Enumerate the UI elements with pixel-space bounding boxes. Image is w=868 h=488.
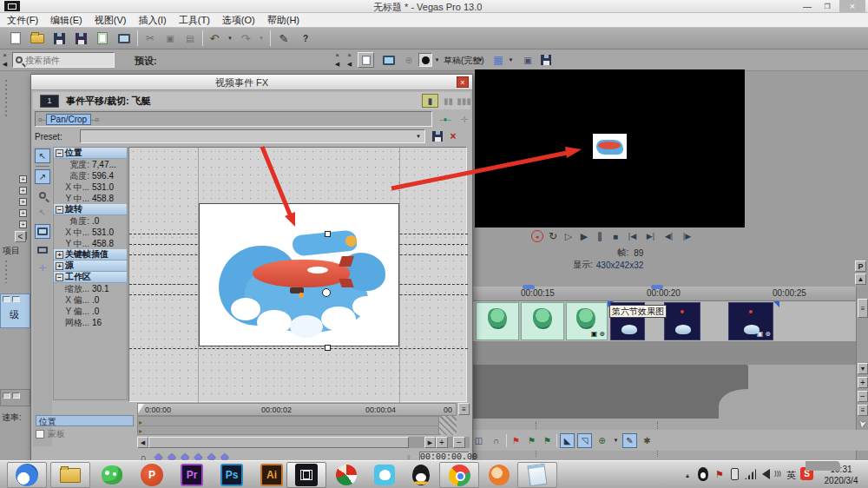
step-forward-icon[interactable]: |▶ <box>680 230 694 242</box>
prop-row[interactable]: 网格...16 <box>54 317 127 328</box>
taskbar-qqbrowser[interactable] <box>7 462 47 488</box>
track-mini-icon[interactable] <box>12 296 20 302</box>
preview-dock-collapse-icon[interactable]: ◀ <box>333 60 341 68</box>
tree-expand-icon[interactable]: + <box>19 175 27 183</box>
tray-show-hidden-icon[interactable]: ▲ <box>682 470 693 480</box>
play-from-start-icon[interactable]: ▷ <box>562 230 575 242</box>
prop-row[interactable]: X 中...531.0 <box>54 227 127 238</box>
maximize-button[interactable]: ❐ <box>819 1 836 12</box>
section-toggle-icon[interactable]: − <box>56 206 63 214</box>
enable-snapping-icon[interactable]: ◣ <box>560 433 575 448</box>
crop-frame[interactable] <box>199 203 399 346</box>
section-rotation-header[interactable]: −旋转 <box>54 204 127 215</box>
kf-vscroll-grip-icon[interactable]: ≡ <box>458 403 470 415</box>
timeline-clip-green[interactable] <box>476 302 519 340</box>
selection-tool-icon[interactable]: ↖ <box>35 148 50 163</box>
menu-tools[interactable]: 工具(T) <box>179 14 210 27</box>
go-to-start-icon[interactable]: |◀ <box>625 230 640 242</box>
plugin-search-box[interactable] <box>12 52 115 68</box>
kf-ruler[interactable]: 0:00:00 00:00:02 00:00:04 00 <box>137 403 457 416</box>
record-icon[interactable]: ● <box>531 230 543 242</box>
zoom-tool-icon[interactable] <box>35 188 50 202</box>
menu-help[interactable]: 帮助(H) <box>267 14 299 27</box>
section-toggle-icon[interactable]: + <box>56 251 63 259</box>
collapse-left-icon[interactable]: < <box>15 231 26 242</box>
zoom-in-icon[interactable]: + <box>858 377 868 388</box>
tree-expand-icon[interactable]: + <box>19 187 27 195</box>
tray-phone-icon[interactable] <box>731 468 739 480</box>
kf-scroll-right-icon[interactable]: ▶ <box>424 437 436 448</box>
section-toggle-icon[interactable]: − <box>56 274 63 281</box>
redo-icon[interactable]: ↷ <box>239 30 253 47</box>
video-track-header[interactable]: 级 <box>0 293 30 328</box>
play-icon[interactable]: ▶ <box>578 230 590 242</box>
kf-scroll-left-icon[interactable]: ◀ <box>137 437 148 448</box>
dock-collapse-icon[interactable]: ◀ <box>1 60 9 68</box>
prop-row[interactable]: X 中...531.0 <box>54 181 127 193</box>
timeline-clip-green[interactable]: ▣⊕ <box>566 302 608 340</box>
section-toggle-icon[interactable]: + <box>56 262 63 270</box>
preview-dock-collapse2-icon[interactable]: ◀ <box>345 60 353 68</box>
preset-combo[interactable]: ▼ <box>80 129 425 143</box>
interactive-tutorials-icon[interactable]: ✎ <box>275 30 293 47</box>
video-event-fx-icon[interactable] <box>358 52 374 68</box>
tree-expand-icon[interactable]: + <box>19 209 27 217</box>
event-tool-dropdown-icon[interactable]: ▼ <box>612 433 620 448</box>
tree-expand-icon[interactable]: + <box>19 198 27 206</box>
taskbar-powerpoint[interactable]: P <box>132 462 172 488</box>
menu-options[interactable]: 选项(O) <box>222 14 255 27</box>
new-project-icon[interactable] <box>7 30 24 47</box>
crop-handle-bottom[interactable] <box>325 345 331 351</box>
dock-drag-handle[interactable] <box>5 80 7 118</box>
pan-crop-chip[interactable]: Pan/Crop <box>46 114 91 125</box>
sync-cursor-icon[interactable]: –●– <box>437 113 453 126</box>
overlay-grid-dropdown-icon[interactable]: ▼ <box>507 56 515 64</box>
zoom-out-tool-icon[interactable]: ↖ <box>35 205 50 220</box>
script-icon[interactable]: ✱ <box>640 433 654 448</box>
taskbar-cat-app[interactable] <box>365 462 404 488</box>
redo-dropdown-icon[interactable]: ▼ <box>257 30 266 47</box>
timeline-clip-dark[interactable] <box>664 302 700 340</box>
track-mini-icon[interactable] <box>3 392 10 399</box>
clip-crop-icon[interactable]: ▣ <box>757 330 764 338</box>
save-preset-icon[interactable] <box>429 129 446 143</box>
menu-edit[interactable]: 编辑(E) <box>50 14 82 27</box>
preview-on-external-monitor-icon[interactable] <box>380 53 398 68</box>
pause-icon[interactable]: ∥ <box>594 230 606 242</box>
dialog-close-icon[interactable]: × <box>457 76 469 88</box>
cut-icon[interactable]: ✂ <box>142 30 158 47</box>
taskbar-wechat[interactable] <box>92 462 132 488</box>
menu-file[interactable]: 文件(F) <box>7 14 38 27</box>
preview-dock-close-icon[interactable]: × <box>333 51 341 59</box>
tray-volume-icon[interactable] <box>762 469 770 479</box>
crop-center-handle[interactable] <box>322 288 331 297</box>
taskbar-explorer[interactable] <box>50 462 90 488</box>
zoom-out-icon[interactable]: − <box>858 391 868 402</box>
section-workspace-header[interactable]: −工作区 <box>54 272 127 283</box>
whats-this-help-icon[interactable]: ? <box>297 30 314 47</box>
track-mini-icon[interactable] <box>12 392 20 399</box>
overlay-grid-icon[interactable]: ▦ <box>491 53 505 67</box>
scroll-grip-icon[interactable]: ≡ <box>858 405 868 416</box>
preview-color-icon[interactable] <box>418 53 432 67</box>
copy-icon[interactable]: ▣ <box>162 30 178 47</box>
kf-zoom-out-icon[interactable]: − <box>453 437 465 448</box>
marker-tab[interactable] <box>651 285 663 289</box>
tree-expand-icon[interactable]: + <box>19 221 27 228</box>
kf-scroll-thumb[interactable] <box>148 437 409 448</box>
preset-dropdown-icon[interactable]: ▼ <box>412 130 424 142</box>
project-properties-icon[interactable] <box>115 30 133 47</box>
move-freely-icon[interactable]: ✛ <box>35 260 50 275</box>
mask-checkbox[interactable] <box>36 430 44 439</box>
layout-two-pane-button[interactable]: ▮▮ <box>441 94 456 108</box>
external-monitor-toggle-icon[interactable]: P <box>855 260 866 272</box>
prop-row[interactable]: 缩放...30.1 <box>54 283 127 294</box>
save-snapshot-icon[interactable] <box>538 53 554 67</box>
insert-region-icon[interactable]: ⚑ <box>525 433 538 448</box>
open-icon[interactable] <box>29 30 46 47</box>
plugin-search-input[interactable] <box>25 56 99 65</box>
pancrop-canvas[interactable] <box>128 147 467 402</box>
timeline-clip-green[interactable] <box>521 302 564 340</box>
project-media-tab[interactable]: 项目 <box>3 245 20 257</box>
taskbar-chrome[interactable] <box>439 462 479 488</box>
